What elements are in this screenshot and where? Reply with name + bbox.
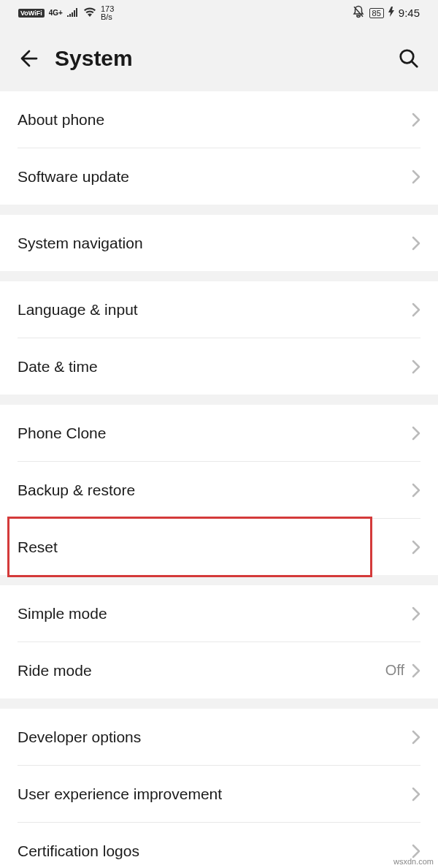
row-phone-clone[interactable]: Phone Clone <box>0 405 438 461</box>
row-right <box>412 236 420 251</box>
chevron-right-icon <box>412 359 420 374</box>
row-about-phone[interactable]: About phone <box>0 91 438 148</box>
row-label: Reset <box>18 538 58 556</box>
chevron-right-icon <box>412 236 420 251</box>
network-type: 4G+ <box>49 9 63 16</box>
row-right <box>412 483 420 498</box>
row-right <box>412 426 420 441</box>
row-label: Ride mode <box>18 662 92 679</box>
row-value: Off <box>385 662 404 679</box>
row-label: System navigation <box>18 235 143 252</box>
row-right <box>412 170 420 184</box>
battery-indicator: 85 <box>369 8 384 18</box>
search-button[interactable] <box>394 44 423 73</box>
row-certification-logos[interactable]: Certification logos <box>0 823 438 868</box>
chevron-right-icon <box>412 540 420 555</box>
row-right <box>412 302 420 317</box>
search-icon <box>398 47 420 69</box>
row-developer-options[interactable]: Developer options <box>0 709 438 765</box>
row-system-navigation[interactable]: System navigation <box>0 215 438 271</box>
chevron-right-icon <box>412 483 420 498</box>
row-label: Simple mode <box>18 605 107 623</box>
settings-group: Developer optionsUser experience improve… <box>0 709 438 868</box>
row-ride-mode[interactable]: Ride modeOff <box>0 642 438 698</box>
row-software-update[interactable]: Software update <box>0 148 438 205</box>
settings-group: Phone CloneBackup & restoreReset <box>0 405 438 575</box>
clock: 9:45 <box>399 7 420 19</box>
chevron-right-icon <box>412 787 420 802</box>
chevron-right-icon <box>412 113 420 127</box>
charging-icon <box>388 7 394 19</box>
chevron-right-icon <box>412 844 420 859</box>
row-right <box>412 359 420 374</box>
wifi-icon <box>83 7 96 19</box>
network-speed: 173B/s <box>101 5 114 21</box>
vowifi-badge: VoWiFi <box>18 9 45 18</box>
back-arrow-icon <box>18 47 40 69</box>
header: System <box>0 26 438 91</box>
status-right: 85 9:45 <box>352 5 420 20</box>
page-title: System <box>55 46 394 71</box>
row-date-time[interactable]: Date & time <box>0 338 438 395</box>
row-label: About phone <box>18 111 104 129</box>
chevron-right-icon <box>412 426 420 441</box>
watermark: wsxdn.com <box>393 857 434 866</box>
settings-group: System navigation <box>0 215 438 271</box>
row-label: Developer options <box>18 728 141 746</box>
row-reset[interactable]: Reset <box>0 519 438 575</box>
row-label: User experience improvement <box>18 785 222 803</box>
row-label: Phone Clone <box>18 425 106 442</box>
row-right <box>412 730 420 745</box>
chevron-right-icon <box>412 663 420 678</box>
row-right <box>412 787 420 802</box>
mute-icon <box>352 5 365 20</box>
settings-list: About phoneSoftware updateSystem navigat… <box>0 91 438 868</box>
row-simple-mode[interactable]: Simple mode <box>0 585 438 642</box>
row-right <box>412 606 420 621</box>
row-backup-restore[interactable]: Backup & restore <box>0 462 438 518</box>
chevron-right-icon <box>412 606 420 621</box>
row-user-experience[interactable]: User experience improvement <box>0 766 438 822</box>
row-right <box>412 113 420 127</box>
row-label: Backup & restore <box>18 481 135 499</box>
row-right <box>412 844 420 859</box>
chevron-right-icon <box>412 302 420 317</box>
status-left: VoWiFi 4G+ 173B/s <box>18 5 114 21</box>
settings-group: About phoneSoftware update <box>0 91 438 205</box>
row-label: Certification logos <box>18 842 139 860</box>
settings-group: Language & inputDate & time <box>0 281 438 395</box>
row-label: Language & input <box>18 301 138 319</box>
row-label: Software update <box>18 168 129 186</box>
settings-group: Simple modeRide modeOff <box>0 585 438 698</box>
row-right <box>412 540 420 555</box>
back-button[interactable] <box>15 44 44 73</box>
highlight-annotation <box>7 517 372 577</box>
chevron-right-icon <box>412 730 420 745</box>
status-bar: VoWiFi 4G+ 173B/s 85 9:45 <box>0 0 438 26</box>
signal-bars-icon <box>67 7 79 19</box>
chevron-right-icon <box>412 170 420 184</box>
row-right: Off <box>385 662 420 679</box>
row-language-input[interactable]: Language & input <box>0 281 438 338</box>
row-label: Date & time <box>18 358 98 376</box>
